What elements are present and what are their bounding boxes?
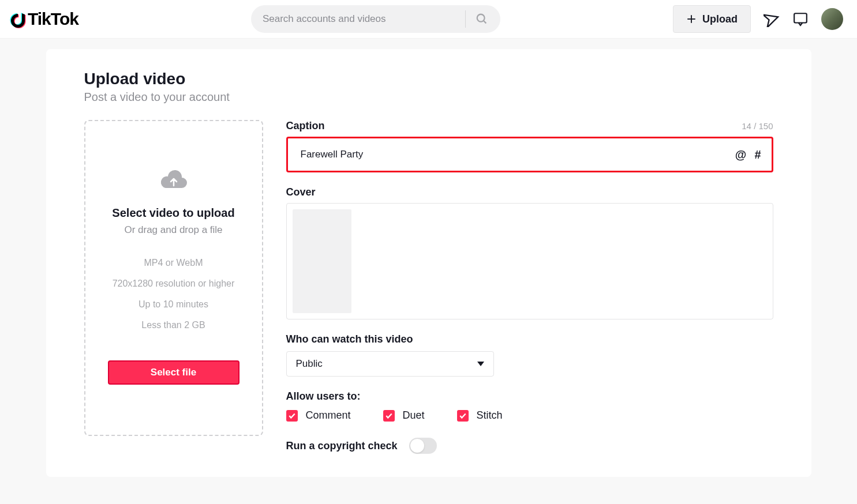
toggle-knob: [410, 439, 424, 453]
upload-card: Upload video Post a video to your accoun…: [46, 49, 811, 477]
privacy-label: Who can watch this video: [286, 333, 773, 345]
upload-hint: MP4 or WebM: [144, 258, 203, 268]
cloud-upload-icon: [160, 170, 188, 190]
search-button[interactable]: [468, 5, 496, 33]
hashtag-icon[interactable]: #: [754, 148, 761, 161]
search-box: [251, 5, 500, 33]
upload-main-text: Select video to upload: [112, 206, 234, 220]
inbox-icon: [793, 12, 808, 27]
main: Upload video Post a video to your accoun…: [0, 39, 857, 477]
caption-label: Caption: [286, 120, 325, 132]
allow-label: Allow users to:: [286, 390, 773, 403]
tiktok-music-note-icon: [9, 9, 27, 29]
upload-button-label: Upload: [702, 13, 738, 25]
allow-stitch-item: Stitch: [457, 409, 503, 422]
duet-checkbox[interactable]: [383, 410, 395, 422]
cover-field: Cover: [286, 186, 773, 319]
form-column: Caption 14 / 150 @ # Cover: [286, 120, 773, 454]
select-file-button[interactable]: Select file: [108, 360, 239, 385]
cover-label: Cover: [286, 186, 773, 198]
copyright-label: Run a copyright check: [286, 440, 398, 452]
caption-box: @ #: [286, 137, 773, 172]
search-icon: [476, 13, 488, 25]
caption-char-count: 14 / 150: [742, 121, 773, 131]
search-wrap: [78, 5, 673, 33]
cover-thumbnail: [293, 209, 351, 313]
duet-label: Duet: [403, 409, 425, 422]
upload-hint: 720x1280 resolution or higher: [113, 279, 235, 289]
search-input[interactable]: [263, 13, 463, 25]
upload-hints: MP4 or WebM 720x1280 resolution or highe…: [113, 258, 235, 330]
tiktok-logo[interactable]: TikTok: [9, 9, 78, 29]
svg-point-0: [477, 14, 485, 22]
mention-icon[interactable]: @: [735, 148, 747, 161]
caption-field: Caption 14 / 150 @ #: [286, 120, 773, 172]
copyright-row: Run a copyright check: [286, 438, 773, 454]
allow-field: Allow users to: Comment Duet Stitch: [286, 390, 773, 422]
comment-label: Comment: [306, 409, 351, 422]
privacy-field: Who can watch this video Public: [286, 333, 773, 377]
header: TikTok Upload: [0, 0, 857, 39]
upload-hint: Less than 2 GB: [141, 320, 205, 330]
send-icon: [764, 11, 780, 27]
messages-button[interactable]: [764, 11, 780, 27]
comment-checkbox[interactable]: [286, 410, 298, 422]
page-subtitle: Post a video to your account: [84, 91, 773, 104]
privacy-value: Public: [296, 358, 323, 370]
svg-line-1: [484, 21, 486, 24]
avatar[interactable]: [821, 8, 843, 30]
copyright-toggle[interactable]: [409, 438, 437, 454]
content-row: Select video to upload Or drag and drop …: [84, 120, 773, 454]
upload-sub-text: Or drag and drop a file: [124, 224, 222, 236]
cover-box[interactable]: [286, 203, 773, 319]
upload-dropzone[interactable]: Select video to upload Or drag and drop …: [84, 120, 263, 436]
allow-duet-item: Duet: [383, 409, 425, 422]
svg-rect-4: [794, 13, 807, 22]
caption-input[interactable]: [301, 149, 735, 160]
upload-button[interactable]: Upload: [673, 5, 751, 33]
logo-text: TikTok: [28, 9, 78, 29]
inbox-button[interactable]: [792, 11, 809, 27]
plus-icon: [686, 14, 697, 24]
page-title: Upload video: [84, 70, 773, 88]
stitch-label: Stitch: [477, 409, 503, 422]
stitch-checkbox[interactable]: [457, 410, 469, 422]
header-right: Upload: [673, 5, 848, 33]
allow-comment-item: Comment: [286, 409, 351, 422]
privacy-select[interactable]: Public: [286, 351, 494, 377]
upload-hint: Up to 10 minutes: [139, 299, 208, 310]
chevron-down-icon: [477, 362, 484, 366]
search-divider: [465, 10, 466, 28]
